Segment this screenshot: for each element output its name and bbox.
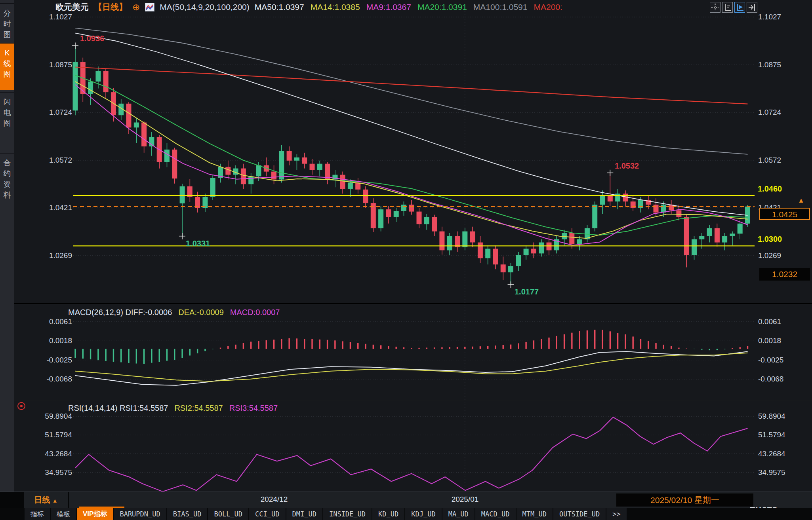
tab-CCI_UD[interactable]: CCI_UD <box>249 508 285 520</box>
ma-value-2: MA14:1.0385 <box>311 2 360 12</box>
chart-toolbar <box>710 2 757 13</box>
latest-price-arrow-icon[interactable]: ▲ <box>798 197 804 205</box>
axis-label: 0.0061 <box>28 317 72 326</box>
chart-canvas[interactable] <box>0 0 812 520</box>
macd-value: MACD:0.0007 <box>230 308 280 317</box>
tab-BOLL_UD[interactable]: BOLL_UD <box>208 508 248 520</box>
tab-MTM_UD[interactable]: MTM_UD <box>517 508 553 520</box>
price-annotation: 1.0936 <box>80 34 104 43</box>
price-annotation: 1.0177 <box>515 287 539 296</box>
price-scale-icon[interactable] <box>722 2 733 13</box>
axis-label: 1.0572 <box>758 156 781 165</box>
axis-label: 59.8904 <box>28 412 72 421</box>
tab-指标[interactable]: 指标 <box>25 508 50 520</box>
tab-MA_UD[interactable]: MA_UD <box>442 508 475 520</box>
axis-label: 1.0724 <box>758 108 781 117</box>
axis-label: 43.2684 <box>758 450 785 458</box>
panel-separator <box>14 400 812 401</box>
axis-label: 0.0018 <box>758 336 781 345</box>
tab->>[interactable]: >> <box>606 508 626 520</box>
axis-label: 1.0875 <box>28 61 72 69</box>
current-date-label: 2025/02/10 星期一 <box>616 493 753 507</box>
chart-type-sidebar: 分时图K线图闪电图合约资料 <box>0 0 14 492</box>
axis-label: 1.0269 <box>28 251 72 260</box>
auto-scale-icon[interactable] <box>734 2 745 13</box>
period-selector[interactable]: 日线 ▲ <box>24 492 69 508</box>
axis-label: 0.0061 <box>758 317 781 326</box>
circle-plus-icon[interactable]: ⊕ <box>132 2 140 13</box>
crosshair-icon[interactable] <box>710 2 721 13</box>
trading-app-window: 分时图K线图闪电图合约资料 欧元美元 【日线】 ⊕ MA(50,14,9,20,… <box>0 0 812 520</box>
tab-BARUPDN_UD[interactable]: BARUPDN_UD <box>114 508 166 520</box>
rsi3-value: RSI3:54.5587 <box>229 404 278 413</box>
ma-value-6: MA200: <box>534 2 562 12</box>
rsi-header: RSI(14,14,14) RSI1:54.5587 RSI2:54.5587 … <box>68 404 278 413</box>
axis-label: 34.9575 <box>28 468 72 477</box>
tab-DMI_UD[interactable]: DMI_UD <box>286 508 322 520</box>
axis-label: 51.5794 <box>28 431 72 439</box>
month-label: 2025/01 <box>441 495 489 504</box>
ma-values: MA50:1.0397MA14:1.0385MA9:1.0367MA20:1.0… <box>255 2 562 12</box>
date-axis-row: 日线 ▲ 2025/02/10 星期一 2024/122025/01 <box>0 492 812 508</box>
axis-label: -0.0068 <box>758 375 783 383</box>
sidebar-item-1[interactable]: 分时图 <box>0 3 14 41</box>
symbol-title: 欧元美元 <box>55 2 89 13</box>
ma-value-3: MA9:1.0367 <box>366 2 411 12</box>
price-annotation: 1.0532 <box>615 161 639 171</box>
tab-KD_UD[interactable]: KD_UD <box>372 508 404 520</box>
tab-spacer <box>0 508 24 520</box>
rsi2-value: RSI2:54.5587 <box>174 404 223 413</box>
level-label: 1.0300 <box>758 235 782 244</box>
corner-block <box>0 492 24 509</box>
level-label: 1.0460 <box>758 184 782 194</box>
axis-label: 1.0269 <box>758 251 781 260</box>
tab-OUTSIDE_UD[interactable]: OUTSIDE_UD <box>553 508 606 520</box>
axis-label: 1.0572 <box>28 156 72 165</box>
tab-KDJ_UD[interactable]: KDJ_UD <box>405 508 441 520</box>
indicator-tab-bar: 指标模板VIP指标BARUPDN_UDBIAS_UDBOLL_UDCCI_UDD… <box>0 508 812 520</box>
go-to-latest-icon[interactable] <box>747 2 757 13</box>
axis-label: 59.8904 <box>758 412 785 421</box>
ma-value-4: MA20:1.0391 <box>417 2 467 12</box>
axis-label: 1.0421 <box>28 203 72 212</box>
axis-label: -0.0025 <box>28 356 72 364</box>
macd-dea-value: DEA:-0.0009 <box>178 308 224 317</box>
axis-label: 1.1027 <box>28 13 72 21</box>
kline-style-icon[interactable] <box>145 3 154 11</box>
dropdown-arrow-icon: ▲ <box>52 497 58 504</box>
macd-title: MACD(26,12,9) DIFF:-0.0006 <box>68 308 172 317</box>
tab-模板[interactable]: 模板 <box>51 508 76 520</box>
axis-label: -0.0025 <box>758 356 783 364</box>
tab-VIP指标[interactable]: VIP指标 <box>77 508 113 520</box>
axis-label: 1.0875 <box>758 61 781 69</box>
period-tag: 【日线】 <box>94 2 127 13</box>
price-annotation: 1.0331 <box>186 239 210 248</box>
sidebar-item-3[interactable]: 闪电图 <box>0 92 14 140</box>
target-icon[interactable] <box>17 402 25 410</box>
axis-label: 34.9575 <box>758 468 785 477</box>
panel-separator <box>14 303 812 304</box>
sidebar-item-4[interactable]: 合约资料 <box>0 153 14 222</box>
axis-label: -0.0068 <box>28 375 72 383</box>
chart-header: 欧元美元 【日线】 ⊕ MA(50,14,9,20,100,200) MA50:… <box>55 1 562 13</box>
tab-BIAS_UD[interactable]: BIAS_UD <box>167 508 208 520</box>
month-label: 2024/12 <box>250 495 298 504</box>
macd-header: MACD(26,12,9) DIFF:-0.0006 DEA:-0.0009 M… <box>68 308 280 317</box>
sidebar-item-2[interactable]: K线图 <box>0 43 14 90</box>
tab-INSIDE_UD[interactable]: INSIDE_UD <box>323 508 372 520</box>
axis-label: 1.0724 <box>28 108 72 117</box>
axis-label: 1.1027 <box>758 13 781 21</box>
axis-label: 43.2684 <box>28 450 72 458</box>
current-price-badge: 1.0425 <box>759 208 810 220</box>
ma-group-label: MA(50,14,9,20,100,200) <box>160 2 250 12</box>
ma-value-5: MA100:1.0591 <box>473 2 528 12</box>
axis-label: 51.5794 <box>758 431 785 439</box>
rsi-title: RSI(14,14,14) RSI1:54.5587 <box>68 404 168 413</box>
low-price-badge: 1.0232 <box>759 268 810 281</box>
ma-value-1: MA50:1.0397 <box>255 2 304 12</box>
tab-MACD_UD[interactable]: MACD_UD <box>475 508 516 520</box>
axis-label: 0.0018 <box>28 336 72 345</box>
